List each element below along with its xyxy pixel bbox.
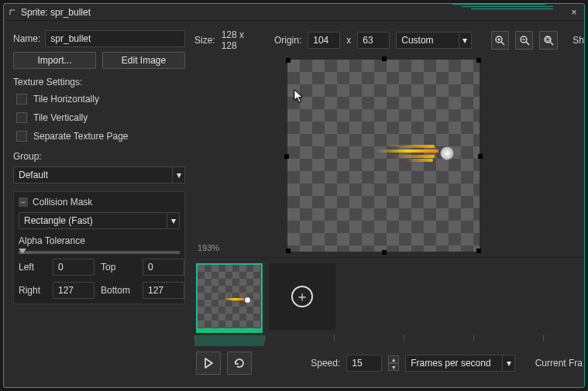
alpha-tolerance-slider[interactable] [19,251,180,254]
zoom-level: 193% [198,243,219,252]
checkbox-icon [16,131,27,142]
alpha-tolerance-label: Alpha Tolerance [19,235,180,246]
zoom-out-button[interactable] [515,31,533,50]
edit-image-button[interactable]: Edit Image [102,52,185,69]
titlebar[interactable]: Sprite: spr_bullet × [4,4,584,21]
handle-br[interactable] [476,249,481,253]
sprite-window: Sprite: spr_bullet × Name: Import... Edi… [3,3,585,388]
tile-v-label: Tile Vertically [33,112,88,123]
close-icon[interactable]: × [569,7,579,18]
zoom-fit-icon [543,35,554,46]
svg-point-7 [545,36,551,43]
texture-settings-label: Texture Settings: [13,77,185,87]
plus-circle-icon: ＋ [291,286,313,307]
origin-sep: x [346,35,351,46]
frame-active-indicator [196,330,263,333]
mask-shape-value: Rectangle (Fast) [24,215,93,226]
handle-tc[interactable] [382,57,387,61]
chevron-down-icon: ▾ [459,33,471,48]
timeline-ruler[interactable] [194,334,584,345]
tile-h-label: Tile Horizontally [33,94,99,105]
spinner-down-icon[interactable]: ▼ [388,363,399,371]
origin-label: Origin: [274,35,301,46]
loop-button[interactable] [227,352,252,375]
chevron-down-icon: ▾ [502,355,514,371]
handle-mr[interactable] [478,154,483,159]
handle-bc[interactable] [382,250,387,255]
mask-shape-select[interactable]: Rectangle (Fast) ▾ [19,212,180,229]
group-value: Default [19,170,48,180]
playback-bar: Speed: ▲ ▼ Frames per second ▾ Current F… [194,345,584,378]
checkbox-icon [16,112,27,123]
origin-y-input[interactable] [357,32,390,49]
frame-thumbnail[interactable] [196,263,263,330]
speed-unit-select[interactable]: Frames per second ▾ [405,355,515,372]
handle-ml[interactable] [284,154,289,159]
show-label-cut: Sh [573,35,584,46]
play-button[interactable] [196,352,221,375]
collision-mask-panel: − Collision Mask Rectangle (Fast) ▾ Alph… [13,191,185,304]
top-row: Size: 128 x 128 Origin: x Custom ▾ [194,30,584,50]
slider-thumb-icon [19,249,26,254]
canvas-area[interactable]: 193% [194,55,584,257]
expand-icon [9,9,16,16]
right-label: Right [19,285,46,296]
speed-unit-value: Frames per second [411,358,490,369]
size-label: Size: [194,35,215,46]
tile-horizontally-checkbox[interactable]: Tile Horizontally [13,94,185,105]
add-frame-button[interactable]: ＋ [269,263,335,330]
chevron-down-icon: ▾ [167,213,179,228]
origin-x-input[interactable] [308,32,340,49]
window-title: Sprite: spr_bullet [21,7,569,18]
current-frame-label-cut: Current Fra [535,358,583,369]
left-panel: Name: Import... Edit Image Texture Setti… [13,30,185,378]
name-label: Name: [13,33,40,44]
chevron-down-icon: ▾ [172,167,184,183]
group-select[interactable]: Default ▾ [13,166,185,183]
speed-input[interactable] [346,355,382,372]
import-button[interactable]: Import... [13,52,96,69]
svg-rect-9 [546,38,549,41]
group-label: Group: [13,151,185,162]
right-panel: Size: 128 x 128 Origin: x Custom ▾ [194,30,584,378]
svg-line-1 [501,42,504,45]
handle-tl[interactable] [286,58,291,63]
collision-mask-header[interactable]: − Collision Mask [19,197,180,208]
svg-line-5 [526,42,529,45]
left-input[interactable] [53,259,95,276]
origin-mode-select[interactable]: Custom ▾ [396,32,472,49]
speed-label: Speed: [311,358,340,369]
zoom-in-icon [494,35,505,46]
collision-mask-label: Collision Mask [33,197,92,208]
zoom-out-icon [519,35,530,46]
play-icon [204,358,213,369]
name-input[interactable] [45,30,185,47]
handle-bl[interactable] [286,249,291,253]
window-body: Name: Import... Edit Image Texture Setti… [4,21,584,387]
zoom-fit-button[interactable] [539,31,557,50]
loop-icon [233,358,246,369]
handle-tr[interactable] [476,58,481,63]
left-label: Left [19,262,46,273]
separate-texture-page-checkbox[interactable]: Separate Texture Page [13,131,185,142]
speed-spinner[interactable]: ▲ ▼ [388,355,399,371]
top-label: Top [101,262,136,273]
sep-page-label: Separate Texture Page [33,131,129,142]
checkbox-icon [16,94,27,105]
tile-vertically-checkbox[interactable]: Tile Vertically [13,112,185,123]
origin-mode-value: Custom [401,35,433,46]
bottom-label: Bottom [101,285,136,296]
top-input[interactable] [143,259,184,276]
sprite-bullet [361,140,454,163]
svg-line-8 [550,42,553,45]
right-input[interactable] [53,282,95,299]
collapse-icon: − [19,197,28,207]
spinner-up-icon[interactable]: ▲ [388,355,399,363]
size-value: 128 x 128 [222,30,258,50]
timeline-highlight [194,335,264,346]
frames-strip: ＋ [194,257,584,334]
bottom-input[interactable] [143,282,184,299]
zoom-in-button[interactable] [491,31,509,50]
